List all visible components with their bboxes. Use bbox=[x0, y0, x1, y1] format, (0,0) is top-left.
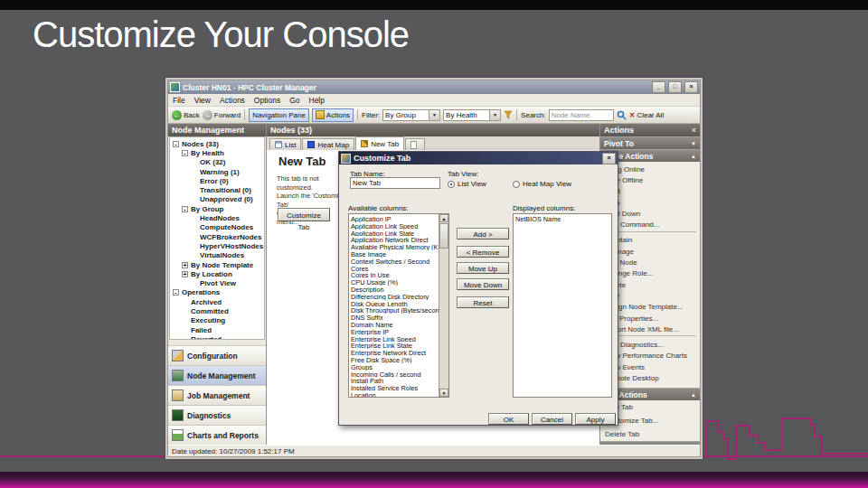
tree-expander[interactable] bbox=[182, 317, 188, 324]
scroll-up-icon[interactable]: ▲ bbox=[439, 214, 448, 222]
tree-item[interactable]: Executing bbox=[170, 316, 264, 325]
menu-item[interactable]: Help bbox=[305, 96, 329, 105]
column-option[interactable]: Groups bbox=[351, 363, 439, 371]
cancel-button[interactable]: Cancel bbox=[532, 413, 572, 425]
column-option[interactable]: Incoming Calls / second bbox=[351, 371, 439, 378]
tree-expander[interactable] bbox=[182, 327, 188, 333]
tree-expander[interactable] bbox=[191, 280, 197, 286]
tree-item[interactable]: - By Group bbox=[170, 204, 264, 213]
dialog-titlebar[interactable]: Customize Tab × bbox=[339, 152, 618, 164]
action-item[interactable]: Delete Tab bbox=[600, 427, 700, 441]
column-option[interactable]: Enterprise IP bbox=[351, 328, 439, 335]
remove-button[interactable]: < Remove bbox=[457, 246, 509, 258]
column-option[interactable]: Base Image bbox=[351, 250, 439, 258]
tree-expander[interactable] bbox=[191, 252, 197, 258]
column-option[interactable]: Description bbox=[351, 286, 439, 293]
nav-button[interactable]: Node Management bbox=[168, 365, 266, 385]
move-up-button[interactable]: Move Up bbox=[457, 262, 509, 274]
column-option[interactable]: DNS Suffix bbox=[351, 314, 439, 321]
tree-expander[interactable] bbox=[191, 234, 197, 240]
clear-all-button[interactable]: ✕ Clear All bbox=[629, 111, 665, 119]
move-down-button[interactable]: Move Down bbox=[457, 278, 509, 290]
dialog-close-button[interactable]: × bbox=[602, 153, 616, 164]
heat-map-view-radio[interactable]: Heat Map View bbox=[513, 180, 571, 188]
menu-item[interactable]: Go bbox=[285, 96, 304, 105]
health-filter-dropdown[interactable]: By Health ▼ bbox=[443, 109, 501, 121]
column-option[interactable]: Differencing Disk Directory bbox=[351, 293, 439, 300]
tree-item[interactable]: - Operations bbox=[170, 288, 264, 297]
column-option[interactable]: Context Switches / Second bbox=[351, 258, 439, 265]
tree-item[interactable]: - By Health bbox=[170, 148, 264, 157]
tree-item[interactable]: Failed bbox=[170, 325, 264, 334]
column-option[interactable]: Location bbox=[351, 391, 439, 397]
column-option[interactable]: Enterprise Link Speed bbox=[351, 335, 439, 343]
search-icon[interactable] bbox=[617, 110, 627, 120]
menu-item[interactable]: File bbox=[168, 96, 190, 105]
apply-button[interactable]: Apply bbox=[575, 413, 616, 425]
close-button[interactable]: × bbox=[684, 81, 698, 93]
column-option[interactable]: Available Physical Memory (KBytes) bbox=[351, 243, 439, 250]
tree-expander[interactable] bbox=[191, 224, 197, 230]
column-option[interactable]: Enterprise Link State bbox=[351, 342, 439, 349]
nav-button[interactable]: Job Management bbox=[168, 385, 266, 405]
navigation-pane-toggle[interactable]: Navigation Pane bbox=[249, 108, 309, 122]
tree-item[interactable]: Transitional (0) bbox=[170, 185, 264, 194]
minimize-button[interactable]: _ bbox=[652, 81, 665, 93]
menu-item[interactable]: Options bbox=[250, 96, 285, 105]
column-option[interactable]: Disk Throughput (Bytes/second) bbox=[351, 306, 439, 314]
tree-item[interactable]: Pivot View bbox=[170, 278, 264, 287]
scrollbar-thumb[interactable] bbox=[439, 223, 448, 249]
menu-item[interactable]: View bbox=[190, 96, 215, 105]
tree-expander[interactable]: - bbox=[173, 289, 179, 296]
view-tab[interactable]: New Tab bbox=[355, 136, 404, 150]
scrollbar[interactable]: ▲ ▼ bbox=[439, 214, 448, 397]
ok-button[interactable]: OK bbox=[488, 413, 529, 425]
tree-expander[interactable] bbox=[191, 215, 197, 221]
view-tab[interactable] bbox=[405, 138, 425, 150]
tree-expander[interactable] bbox=[191, 159, 197, 165]
tree-expander[interactable] bbox=[191, 187, 197, 193]
tree-expander[interactable]: + bbox=[182, 271, 188, 277]
tree-expander[interactable]: - bbox=[182, 206, 188, 212]
column-option[interactable]: Cores bbox=[351, 265, 439, 272]
window-titlebar[interactable]: Cluster HN01 - HPC Cluster Manager _ □ × bbox=[168, 80, 700, 94]
tree-item[interactable]: VirtualNodes bbox=[170, 251, 264, 260]
tree-expander[interactable] bbox=[191, 169, 197, 175]
pivot-to-group[interactable]: Pivot To ▼ bbox=[600, 136, 700, 149]
tree-expander[interactable] bbox=[182, 299, 188, 305]
tree-item[interactable]: ComputeNodes bbox=[170, 223, 264, 232]
column-option[interactable]: Installed Service Roles bbox=[351, 384, 439, 391]
actions-toggle[interactable]: Actions bbox=[312, 108, 354, 122]
maximize-button[interactable]: □ bbox=[668, 81, 682, 93]
add-button[interactable]: Add > bbox=[457, 228, 509, 239]
view-tab[interactable]: List bbox=[269, 138, 301, 150]
tree-expander[interactable] bbox=[191, 196, 197, 202]
nav-button[interactable]: Charts and Reports bbox=[168, 425, 266, 445]
list-view-radio[interactable]: List View bbox=[448, 180, 486, 188]
group-filter-dropdown[interactable]: By Group ▼ bbox=[382, 109, 440, 121]
tree-item[interactable]: Committed bbox=[170, 306, 264, 315]
tree-item[interactable]: + By Location bbox=[170, 269, 264, 278]
search-input[interactable] bbox=[549, 109, 614, 121]
column-option[interactable]: Domain Name bbox=[351, 321, 439, 328]
column-option[interactable]: Application Network Direct bbox=[351, 236, 439, 243]
column-option[interactable]: Application Link Speed bbox=[351, 222, 439, 230]
tree-expander[interactable]: + bbox=[182, 262, 188, 268]
funnel-icon[interactable] bbox=[504, 110, 513, 119]
back-button[interactable]: ← Back bbox=[172, 110, 200, 120]
tab-name-input[interactable] bbox=[350, 177, 440, 189]
view-tab[interactable]: Heat Map bbox=[302, 138, 354, 150]
column-option[interactable]: Enterprise Network Direct bbox=[351, 349, 439, 356]
column-option[interactable]: Disk Queue Length bbox=[351, 300, 439, 307]
close-actions-icon[interactable]: × bbox=[692, 126, 696, 135]
tree-expander[interactable] bbox=[191, 178, 197, 184]
column-option[interactable]: Application IP bbox=[351, 215, 439, 222]
tree-item[interactable]: Warning (1) bbox=[170, 167, 264, 176]
column-option[interactable]: Application Link State bbox=[351, 230, 439, 237]
column-option[interactable]: Free Disk Space (%) bbox=[351, 356, 439, 363]
tree-item[interactable]: Error (0) bbox=[170, 176, 264, 185]
column-option[interactable]: CPU Usage (%) bbox=[351, 278, 439, 286]
tree-item[interactable]: Unapproved (0) bbox=[170, 195, 264, 204]
forward-button[interactable]: → Forward bbox=[203, 110, 241, 120]
tree-item[interactable]: HyperVHostNodes bbox=[170, 241, 264, 250]
